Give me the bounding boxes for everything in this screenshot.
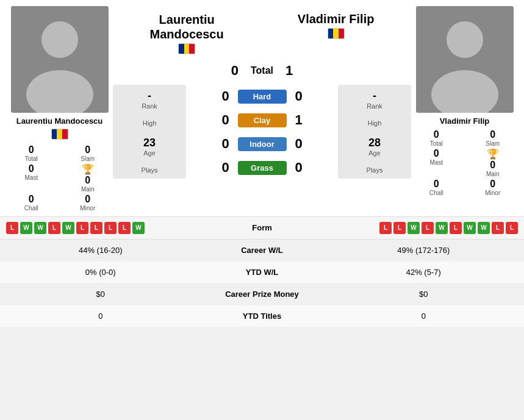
right-chall-value: 0: [434, 179, 439, 190]
top-section: Laurentiu Mandocescu 0 Total 0 Slam 0 Ma…: [0, 0, 524, 212]
left-player-avatar: [11, 6, 109, 113]
left-total-value: 0: [29, 144, 34, 155]
right-main-value: 0: [490, 160, 495, 171]
left-plays-lbl: Plays: [142, 166, 158, 174]
prize-right: $0: [323, 283, 525, 305]
indoor-score-right: 0: [287, 136, 311, 152]
left-trophy-icon: 🏆: [82, 163, 94, 175]
total-score-area: 0 Total 1: [113, 63, 411, 79]
form-badge-left: W: [20, 222, 32, 234]
form-badge-right: L: [422, 222, 434, 234]
right-age-lbl: Age: [368, 149, 381, 157]
left-header-flag: [178, 43, 195, 54]
form-label: Form: [214, 223, 311, 232]
right-stats-grid: 0 Total 0 Slam 0 Mast 🏆 0 Main 0: [411, 129, 518, 196]
form-badge-right: L: [506, 222, 518, 234]
left-player-flag: [51, 129, 68, 140]
hard-score-right: 0: [287, 88, 311, 104]
form-badge-left: L: [118, 222, 131, 234]
right-rank-lbl: Rank: [367, 102, 382, 110]
right-rank-val: -: [367, 90, 382, 102]
left-mast-cell: 0 Mast: [6, 163, 57, 193]
total-score-left: 0: [231, 63, 239, 79]
titles-left: 0: [0, 305, 201, 327]
left-age-lbl: Age: [143, 149, 156, 157]
left-main-label: Main: [81, 186, 95, 193]
right-total-value: 0: [434, 129, 439, 140]
right-total-label: Total: [430, 140, 443, 147]
right-high-lbl: High: [368, 119, 382, 127]
right-name-area: Vladimir Filip: [298, 12, 375, 39]
left-mast-label: Mast: [24, 174, 38, 181]
svg-point-4: [447, 21, 483, 58]
left-minor-value: 0: [85, 194, 90, 205]
hard-score-left: 0: [214, 88, 238, 104]
indoor-button: Indoor: [238, 137, 287, 151]
right-plays-lbl: Plays: [367, 166, 383, 174]
indoor-row: 0 Indoor 0: [186, 136, 338, 152]
left-stats-box: - Rank High 23 Age Plays: [113, 85, 186, 179]
right-player-name: Vladimir Filip: [440, 116, 490, 127]
form-badge-right: L: [492, 222, 504, 234]
right-trophy-icon: 🏆: [487, 148, 499, 160]
left-minor-label: Minor: [80, 205, 95, 212]
left-rank-lbl: Rank: [142, 102, 157, 110]
form-badge-left: W: [62, 222, 74, 234]
left-high-item: High: [143, 119, 157, 127]
left-slam-cell: 0 Slam: [63, 144, 113, 162]
right-age-val: 28: [368, 137, 381, 149]
hard-row: 0 Hard 0: [186, 88, 338, 104]
right-mast-cell: 0 Mast: [411, 148, 462, 177]
right-chall-cell: 0 Chall: [411, 179, 462, 196]
left-form: LWWLWLLLLW: [6, 222, 214, 234]
right-age-item: 28 Age: [368, 137, 381, 157]
right-mast-label: Mast: [429, 159, 443, 166]
left-total-cell: 0 Total: [6, 144, 57, 162]
ytd-wl-label: YTD W/L: [201, 262, 323, 283]
left-name-area: LaurentiuMandocescu: [150, 12, 224, 54]
indoor-score-left: 0: [214, 136, 238, 152]
titles-row: 0 YTD Titles 0: [0, 305, 524, 327]
prize-row: $0 Career Prize Money $0: [0, 283, 524, 305]
clay-button: Clay: [238, 113, 287, 127]
career-wl-right: 49% (172-176): [323, 240, 525, 261]
clay-row: 0 Clay 1: [186, 112, 338, 128]
form-section: LWWLWLLLLW Form LLWLWLWWLL: [0, 216, 524, 239]
career-wl-row: 44% (16-20) Career W/L 49% (172-176): [0, 240, 524, 262]
right-slam-label: Slam: [486, 140, 500, 147]
right-trophy-cell: 🏆 0 Main: [468, 148, 519, 177]
middle-area: - Rank High 23 Age Plays: [113, 85, 411, 181]
right-form: LLWLWLWWLL: [311, 222, 519, 234]
right-player-card: Vladimir Filip 0 Total 0 Slam 0 Mast 🏆 0: [411, 6, 518, 212]
right-main-label: Main: [486, 171, 500, 177]
center-content: LaurentiuMandocescu Vladimir Filip: [113, 6, 411, 212]
ytd-wl-row: 0% (0-0) YTD W/L 42% (5-7): [0, 262, 524, 283]
grass-score-right: 0: [287, 160, 311, 176]
form-badge-left: L: [76, 222, 88, 234]
grass-button: Grass: [238, 161, 287, 175]
left-age-item: 23 Age: [143, 137, 156, 157]
grass-score-left: 0: [214, 160, 238, 176]
right-plays-item: Plays: [367, 166, 383, 174]
clay-score-right: 1: [287, 112, 311, 128]
form-badge-right: W: [407, 222, 420, 234]
left-player-card: Laurentiu Mandocescu 0 Total 0 Slam 0 Ma…: [6, 6, 113, 212]
career-wl-label: Career W/L: [201, 240, 323, 261]
right-stats-box: - Rank High 28 Age Plays: [338, 85, 411, 179]
form-badge-left: L: [90, 222, 102, 234]
left-minor-cell: 0 Minor: [63, 194, 113, 212]
right-header-flag: [328, 28, 345, 39]
surfaces-column: 0 Hard 0 0 Clay 1 0 Indoor 0: [186, 85, 338, 181]
prize-label: Career Prize Money: [201, 283, 323, 305]
form-badge-left: W: [34, 222, 46, 234]
form-badge-left: L: [48, 222, 60, 234]
form-badge-left: L: [6, 222, 18, 234]
right-rank-item: - Rank: [367, 90, 382, 110]
svg-point-1: [41, 21, 78, 58]
left-chall-value: 0: [29, 194, 34, 205]
left-mast-value: 0: [29, 163, 34, 174]
titles-right: 0: [323, 305, 525, 327]
right-slam-cell: 0 Slam: [468, 129, 519, 147]
left-header-name: LaurentiuMandocescu: [150, 12, 224, 41]
right-slam-value: 0: [490, 129, 495, 140]
